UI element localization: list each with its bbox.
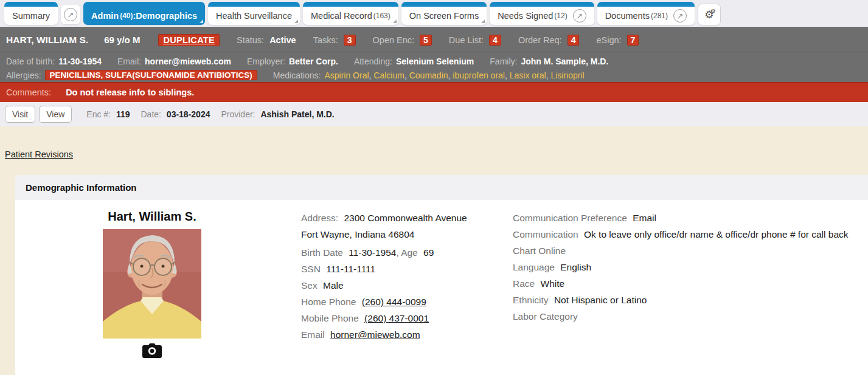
esign-count-badge[interactable]: 7: [627, 35, 639, 46]
tab-needs-signed[interactable]: Needs Signed (12) ↗: [490, 2, 594, 25]
order-req-group: Order Req: 4: [518, 35, 580, 46]
birth-date-value: 11-30-1954: [349, 247, 396, 258]
tab-bar: Summary ↗ Admin (40):Demographics Health…: [0, 0, 868, 27]
age-label: , Age: [396, 247, 417, 258]
content-area: Patient Revisions Demographic Informatio…: [0, 126, 868, 375]
tasks-count-badge[interactable]: 3: [344, 35, 356, 46]
order-req-count-badge[interactable]: 4: [568, 35, 580, 46]
summary-jump-button[interactable]: ↗: [61, 5, 80, 24]
dropdown-caret-icon: [294, 19, 298, 23]
esign-label: eSign:: [596, 35, 621, 45]
enc-provider-value: Ashish Patel, M.D.: [260, 109, 334, 119]
employer-label: Employer:: [247, 57, 285, 66]
open-enc-count-badge[interactable]: 5: [420, 35, 432, 46]
enc-number-value: 119: [116, 109, 130, 119]
medication-link[interactable]: ibuprofen oral: [448, 71, 505, 80]
status-label: Status:: [237, 35, 264, 45]
enc-number-group: Enc #: 119: [86, 109, 130, 119]
jump-icon[interactable]: ↗: [573, 9, 586, 22]
attending-value: Selenium Selenium: [396, 57, 474, 66]
patient-revisions-link[interactable]: Patient Revisions: [5, 150, 73, 159]
attending-group: Attending: Selenium Selenium: [354, 57, 474, 66]
tab-documents-count: (281): [651, 12, 668, 20]
tab-admin-suffix: :Demographics: [133, 11, 198, 21]
detail-email-label: Email: [301, 329, 325, 340]
tab-admin-label: Admin: [91, 11, 119, 21]
preference-label: Chart Online: [513, 246, 566, 256]
status-group: Status: Active: [237, 35, 296, 45]
tab-medical-record[interactable]: Medical Record (163): [303, 2, 398, 25]
encounter-bar: Visit View Enc #: 119 Date: 03-18-2024 P…: [0, 102, 868, 126]
tasks-group: Tasks: 3: [313, 35, 356, 46]
due-list-count-badge[interactable]: 4: [489, 35, 501, 46]
mobile-phone-link[interactable]: (260) 437-0001: [364, 313, 429, 323]
preference-row: Language English: [513, 259, 868, 275]
sex-label: Sex: [301, 280, 318, 291]
medications-list: Aspirin OralCalciumCoumadinibuprofen ora…: [324, 71, 584, 80]
due-list-group: Due List: 4: [449, 35, 501, 46]
address-line2: Fort Wayne, Indiana 46804: [301, 229, 414, 239]
visit-button[interactable]: Visit: [5, 106, 35, 123]
esign-group: eSign: 7: [596, 35, 639, 46]
family-group: Family: John M. Sample, M.D.: [490, 57, 608, 66]
enc-date-value: 03-18-2024: [167, 109, 210, 119]
email-group: Email: horner@mieweb.com: [117, 57, 231, 66]
preference-row: Race White: [513, 275, 868, 292]
preference-row: Ethnicity Not Hispanic or Latino: [513, 292, 868, 308]
preference-label: Race: [513, 278, 535, 289]
tab-forms-label: On Screen Forms: [409, 11, 479, 21]
medication-link[interactable]: Calcium: [369, 71, 404, 80]
gear-icon: ⚙: [710, 9, 716, 15]
demographics-body: Hart, William S.: [15, 200, 868, 358]
patient-banner: HART, WILLIAM S. 69 y/o M DUPLICATE Stat…: [0, 27, 868, 52]
tab-needs-signed-count: (12): [554, 12, 567, 20]
enc-date-group: Date: 03-18-2024: [141, 109, 210, 119]
email-label: Email:: [117, 57, 141, 66]
home-phone-link[interactable]: (260) 444-0099: [362, 297, 426, 307]
email-value: horner@mieweb.com: [145, 57, 231, 66]
medication-link[interactable]: Lisinopril: [546, 71, 585, 80]
tab-on-screen-forms[interactable]: On Screen Forms: [401, 2, 487, 25]
patient-display-name: Hart, William S.: [108, 210, 196, 224]
address-line1: 2300 Commonwealth Avenue: [344, 213, 467, 223]
medications-group: Medications: Aspirin OralCalciumCoumadin…: [273, 71, 585, 80]
tab-documents[interactable]: Documents (281) ↗: [597, 2, 695, 25]
open-enc-group: Open Enc: 5: [373, 35, 432, 46]
tab-medical-count: (163): [373, 12, 391, 20]
employer-value: Better Corp.: [289, 57, 338, 66]
tab-summary[interactable]: Summary: [4, 2, 58, 25]
duplicate-badge[interactable]: DUPLICATE: [158, 34, 220, 46]
preference-label: Labor Category: [513, 311, 578, 322]
medication-link[interactable]: Lasix oral: [505, 71, 546, 80]
preference-value: White: [541, 278, 565, 289]
info-row-1: Date of birth: 11-30-1954 Email: horner@…: [6, 54, 862, 68]
preference-row: Communication Ok to leave only office/dr…: [513, 226, 868, 243]
tab-medical-label: Medical Record: [311, 11, 372, 21]
allergies-group: Allergies: PENICILLINS, SULFA(SULFONAMID…: [6, 70, 257, 80]
birth-date-row: Birth Date 11-30-1954, Age 69: [301, 244, 502, 261]
address-row-2: Fort Wayne, Indiana 46804: [301, 226, 502, 243]
allergies-badge[interactable]: PENICILLINS, SULFA(SULFONAMIDE ANTIBIOTI…: [45, 70, 257, 80]
tab-admin-demographics[interactable]: Admin (40):Demographics: [83, 2, 205, 25]
view-button[interactable]: View: [39, 106, 72, 123]
settings-button[interactable]: ⚙ ⚙: [698, 4, 721, 26]
enc-number-label: Enc #:: [86, 109, 111, 119]
preferences-column: Communication Preference Email Communica…: [502, 200, 868, 325]
enc-provider-group: Provider: Ashish Patel, M.D.: [221, 109, 334, 119]
comments-bar: Comments: Do not release info to sibling…: [0, 82, 868, 102]
medication-link[interactable]: Coumadin: [404, 71, 448, 80]
details-column: Address: 2300 Commonwealth Avenue Fort W…: [289, 200, 502, 343]
home-phone-label: Home Phone: [301, 297, 356, 307]
camera-icon[interactable]: [142, 343, 162, 358]
enc-date-label: Date:: [141, 109, 161, 119]
email-link[interactable]: horner@mieweb.com: [330, 329, 420, 340]
status-value: Active: [269, 35, 296, 45]
medications-label: Medications:: [273, 71, 321, 80]
demographics-card: Demographic Information Hart, William S.: [15, 175, 868, 375]
tasks-label: Tasks:: [313, 35, 338, 45]
tab-health-label: Health Surveillance: [216, 11, 292, 21]
medication-link[interactable]: Aspirin Oral: [324, 71, 369, 80]
patient-photo[interactable]: [103, 229, 201, 339]
jump-icon[interactable]: ↗: [673, 9, 687, 22]
tab-health-surveillance[interactable]: Health Surveillance: [208, 2, 300, 25]
